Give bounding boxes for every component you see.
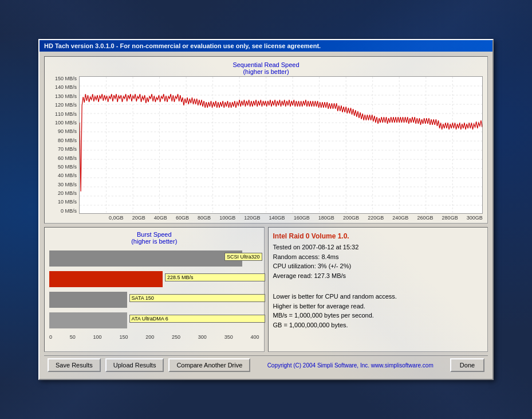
y-axis-label: 80 MB/s xyxy=(49,138,77,143)
x-axis-label: 40GB xyxy=(154,215,167,221)
info-avg: Average read: 127.3 MB/s xyxy=(273,271,483,281)
bar-ata xyxy=(49,312,127,328)
x-axis-label: 120GB xyxy=(244,215,260,221)
chart-title-line1: Sequential Read Speed xyxy=(49,61,483,68)
bar-label-228: 228.5 MB/s xyxy=(165,273,265,281)
copyright-text: Copyright (C) 2004 Simpli Software, Inc.… xyxy=(255,362,446,369)
bottom-panels: Burst Speed (higher is better) SCSI Ultr… xyxy=(44,227,488,352)
bar-row-ata: ATA UltraDMA 6 xyxy=(49,312,259,328)
done-button[interactable]: Done xyxy=(450,358,484,372)
y-axis-label: 20 MB/s xyxy=(49,191,77,196)
chart-title: Sequential Read Speed (higher is better) xyxy=(49,61,483,75)
info-panel: Intel Raid 0 Volume 1.0. Tested on 2007-… xyxy=(268,227,488,352)
compare-button[interactable]: Compare Another Drive xyxy=(168,358,250,372)
y-axis: 150 MB/s140 MB/s130 MB/s120 MB/s110 MB/s… xyxy=(49,76,79,214)
x-axis-label: 60GB xyxy=(176,215,189,221)
bar-row-scsi: SCSI Ultra320 xyxy=(49,250,259,267)
info-title: Intel Raid 0 Volume 1.0. xyxy=(273,232,483,240)
y-axis-label: 90 MB/s xyxy=(49,129,77,134)
x-axis-label: 260GB xyxy=(417,215,433,221)
y-axis-label: 130 MB/s xyxy=(49,94,77,99)
save-button[interactable]: Save Results xyxy=(48,358,101,372)
bar-sata xyxy=(49,292,127,308)
window-title: HD Tach version 3.0.1.0 - For non-commer… xyxy=(44,42,321,49)
y-axis-label: 60 MB/s xyxy=(49,156,77,161)
y-axis-label: 120 MB/s xyxy=(49,103,77,108)
y-axis-label: 40 MB/s xyxy=(49,173,77,178)
window-body: Sequential Read Speed (higher is better)… xyxy=(40,52,492,379)
chart-title-line2: (higher is better) xyxy=(49,68,483,75)
x-axis-label: 80GB xyxy=(198,215,211,221)
info-note4: GB = 1,000,000,000 bytes. xyxy=(273,320,483,330)
bar-label-sata: SATA 150 xyxy=(129,294,265,302)
info-random: Random access: 8.4ms xyxy=(273,252,483,262)
info-note2: Higher is better for average read. xyxy=(273,301,483,311)
burst-x-axis: 050100150200250300350400 xyxy=(49,334,259,340)
x-axis-label: 140GB xyxy=(269,215,285,221)
info-tested: Tested on 2007-08-12 at 15:32 xyxy=(273,242,483,252)
graph-canvas xyxy=(79,76,483,214)
speed-graph-svg xyxy=(80,77,482,214)
x-axis-label: 220GB xyxy=(368,215,384,221)
y-axis-label: 10 MB/s xyxy=(49,199,77,205)
x-axis-label: 180GB xyxy=(318,215,334,221)
burst-title-line1: Burst Speed xyxy=(49,231,259,238)
y-axis-label: 140 MB/s xyxy=(49,85,77,90)
y-axis-label: 110 MB/s xyxy=(49,112,77,117)
burst-panel: Burst Speed (higher is better) SCSI Ultr… xyxy=(44,227,265,352)
chart-area: 150 MB/s140 MB/s130 MB/s120 MB/s110 MB/s… xyxy=(49,76,483,221)
x-axis-label: 200GB xyxy=(343,215,359,221)
info-note1: Lower is better for CPU and random acces… xyxy=(273,292,483,301)
y-axis-label: 150 MB/s xyxy=(49,76,77,81)
y-axis-label: 100 MB/s xyxy=(49,120,77,126)
x-axis-label: 0,0GB xyxy=(109,215,124,221)
button-bar: Save Results Upload Results Compare Anot… xyxy=(44,355,488,374)
app-window: HD Tach version 3.0.1.0 - For non-commer… xyxy=(38,39,494,380)
x-axis-label: 240GB xyxy=(392,215,408,221)
bar-label-ata: ATA UltraDMA 6 xyxy=(129,315,265,323)
y-axis-label: 70 MB/s xyxy=(49,147,77,152)
burst-title-line2: (higher is better) xyxy=(49,238,259,245)
y-axis-label: 50 MB/s xyxy=(49,165,77,170)
x-axis-label: 20GB xyxy=(132,215,145,221)
bar-228 xyxy=(49,271,163,287)
y-axis-label: 30 MB/s xyxy=(49,182,77,187)
upload-button[interactable]: Upload Results xyxy=(105,358,164,372)
bar-chart-area: SCSI Ultra320 228.5 MB/s SATA 150 xyxy=(49,250,259,348)
bar-label-scsi: SCSI Ultra320 xyxy=(224,253,262,261)
x-axis-label: 100GB xyxy=(219,215,235,221)
info-cpu: CPU utilization: 3% (+/- 2%) xyxy=(273,261,483,271)
y-axis-label: 0 MB/s xyxy=(49,209,77,214)
x-axis-label: 300GB xyxy=(467,215,483,221)
graph-wrapper: 0,0GB20GB40GB60GB80GB100GB120GB140GB160G… xyxy=(79,76,483,221)
x-axis-labels: 0,0GB20GB40GB60GB80GB100GB120GB140GB160G… xyxy=(79,215,483,221)
x-axis-label: 280GB xyxy=(442,215,458,221)
bar-scsi xyxy=(49,250,242,267)
bar-row-sata: SATA 150 xyxy=(49,292,259,308)
burst-title: Burst Speed (higher is better) xyxy=(49,231,259,245)
bar-row-228: 228.5 MB/s xyxy=(49,271,259,287)
info-note3: MB/s = 1,000,000 bytes per second. xyxy=(273,311,483,320)
chart-container: Sequential Read Speed (higher is better)… xyxy=(44,56,488,224)
x-axis-label: 160GB xyxy=(294,215,310,221)
title-bar: HD Tach version 3.0.1.0 - For non-commer… xyxy=(40,40,492,52)
